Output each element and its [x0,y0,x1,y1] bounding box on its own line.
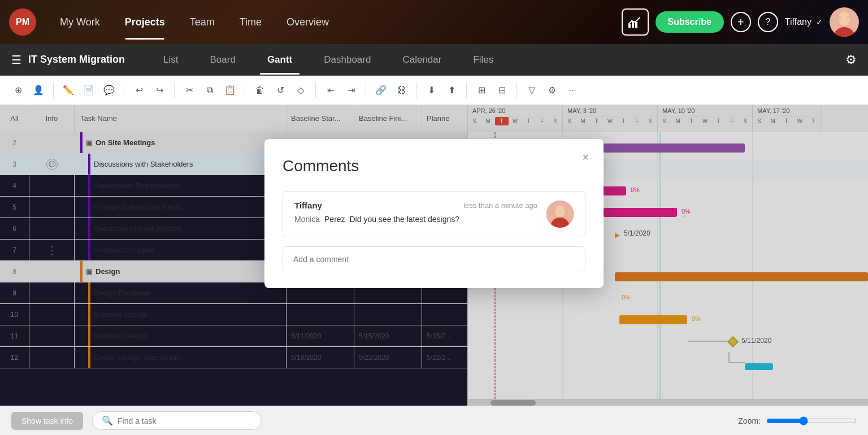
help-button[interactable]: ? [758,12,778,32]
zoom-section: Zoom: [738,416,857,425]
tab-board[interactable]: Board [194,45,251,75]
grid-icon[interactable]: ⊟ [493,81,511,99]
project-navigation: ☰ IT System Migration List Board Gantt D… [0,44,868,76]
svg-rect-2 [635,22,637,28]
nav-item-team[interactable]: Team [177,1,227,44]
comment-icon[interactable]: 💬 [100,81,118,99]
undo-icon[interactable]: ↩ [130,81,148,99]
settings-icon[interactable]: ⚙ [845,53,857,67]
toolbar-separator-2 [124,82,124,98]
filter-icon[interactable]: ▽ [523,81,541,99]
comments-title: Comments [283,157,585,175]
comment-mention-1: Monica [294,215,320,224]
zoom-label: Zoom: [738,416,761,425]
unlink-icon[interactable]: ⛓ [392,81,410,99]
more-icon[interactable]: ··· [563,81,581,99]
indent-left-icon[interactable]: ⇤ [322,81,340,99]
tab-list[interactable]: List [147,45,194,75]
svg-point-7 [839,16,842,19]
svg-point-8 [847,16,850,19]
subscribe-button[interactable]: Subscribe [656,11,724,33]
diamond-icon[interactable]: ◇ [292,81,310,99]
project-title: IT System Migration [28,54,125,66]
nav-item-time[interactable]: Time [227,1,274,44]
tab-files[interactable]: Files [457,45,509,75]
cut-icon[interactable]: ✂ [180,81,198,99]
download-icon[interactable]: ⬇ [422,81,440,99]
user-chevron-icon: ✓ [816,18,823,27]
nav-item-overview[interactable]: Overview [274,1,341,44]
top-navigation: PM My Work Projects Team Time Overview S… [0,0,868,44]
document-icon[interactable]: 📄 [80,81,98,99]
toolbar-separator-1 [53,82,54,98]
add-task-icon[interactable]: ⊕ [9,81,27,99]
toolbar: ⊕ 👤 ✏️ 📄 💬 ↩ ↪ ✂ ⧉ 📋 🗑 ↺ ◇ ⇤ ⇥ 🔗 ⛓ ⬇ ⬆ ⊞… [0,76,868,105]
toolbar-separator-4 [245,82,245,98]
paste-icon[interactable]: 📋 [221,81,239,99]
nav-item-mywork[interactable]: My Work [47,1,112,44]
nav-right: Subscribe + ? Tiffany ✓ [622,7,860,37]
svg-rect-0 [628,24,631,28]
comments-modal: Comments × Tiffany less than a minute ag… [264,139,604,288]
upload-icon[interactable]: ⬆ [442,81,461,99]
toolbar-separator-3 [174,82,175,98]
menu-icon[interactable]: ☰ [11,53,21,67]
comment-body: Did you see the latest designs? [350,215,460,224]
indent-right-icon[interactable]: ⇥ [342,81,360,99]
project-tabs: List Board Gantt Dashboard Calendar File… [147,45,845,75]
undo2-icon[interactable]: ↺ [271,81,289,99]
comment-text: Monica Perez Did you see the latest desi… [294,215,537,224]
comment-time: less than a minute ago [463,201,537,210]
settings2-icon[interactable]: ⚙ [543,81,561,99]
comment-content: Tiffany less than a minute ago Monica Pe… [294,201,537,228]
svg-point-15 [555,206,565,217]
copy-icon[interactable]: ⧉ [201,81,219,99]
nav-links: My Work Projects Team Time Overview [47,1,622,44]
toolbar-separator-7 [416,82,416,98]
toolbar-separator-8 [466,82,467,98]
bottom-bar: Show task info 🔍 Zoom: [0,406,868,435]
show-task-info-button[interactable]: Show task info [11,412,83,430]
toolbar-separator-5 [315,82,316,98]
search-icon: 🔍 [102,415,113,426]
redo-icon[interactable]: ↪ [150,81,168,99]
main-area: All Info Task Name Baseline Star... Base… [0,105,868,406]
toolbar-separator-6 [366,82,366,98]
link-icon[interactable]: 🔗 [372,81,390,99]
add-person-icon[interactable]: 👤 [29,81,47,99]
comment-header: Tiffany less than a minute ago [294,201,537,210]
comment-avatar [546,201,574,228]
user-name: Tiffany [785,17,811,27]
logo[interactable]: PM [9,8,36,36]
tab-gantt[interactable]: Gantt [251,45,308,75]
add-comment-input[interactable] [283,246,585,272]
columns-icon[interactable]: ⊞ [472,81,491,99]
analytics-icon[interactable] [622,8,649,36]
delete-icon[interactable]: 🗑 [251,81,269,99]
zoom-slider[interactable] [766,416,857,425]
user-section[interactable]: Tiffany ✓ [785,17,823,27]
comment-mention-2: Perez [324,215,345,224]
avatar[interactable] [830,7,859,37]
find-task-input-wrapper: 🔍 [92,411,262,430]
comment-item: Tiffany less than a minute ago Monica Pe… [283,191,585,237]
tab-calendar[interactable]: Calendar [387,45,457,75]
tab-dashboard[interactable]: Dashboard [308,45,387,75]
close-button[interactable]: × [576,148,594,166]
find-task-input[interactable] [118,416,252,425]
edit-icon[interactable]: ✏️ [59,81,77,99]
comment-author: Tiffany [294,201,322,210]
modal-overlay: Comments × Tiffany less than a minute ag… [0,105,868,406]
toolbar-separator-9 [517,82,517,98]
nav-item-projects[interactable]: Projects [112,1,177,44]
add-button[interactable]: + [731,12,751,32]
